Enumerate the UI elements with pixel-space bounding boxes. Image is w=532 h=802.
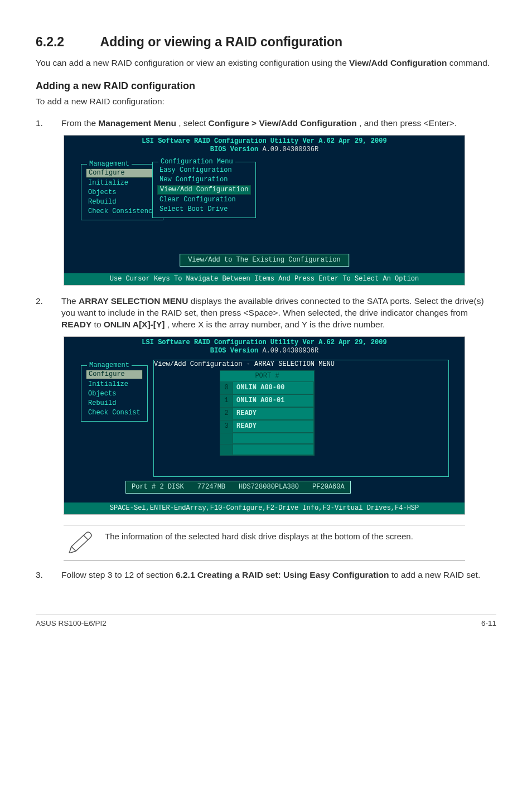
step-2: 2. The ARRAY SELECTION MENU displays the… [36,296,496,331]
footer-left: ASUS RS100-E6/PI2 [36,619,107,629]
section-number: 6.2.2 [36,33,97,51]
cfg-item-easy[interactable]: Easy Configuration [158,166,250,175]
array-selection-panel: View/Add Configuration - ARRAY SELECTION… [153,360,449,477]
port-row-empty-2 [220,444,314,455]
bios1-body: Management Configure Initialize Objects … [64,156,465,273]
port-row-0[interactable]: 0 ONLIN A00-00 [220,381,314,394]
cfg-item-clear[interactable]: Clear Configuration [158,195,250,205]
bios-screenshot-1: LSI Software RAID Configuration Utility … [64,135,465,286]
menu-item-objects[interactable]: Objects [87,188,157,197]
port-table[interactable]: PORT # 0 ONLIN A00-00 1 ONLIN A00-01 2 R… [220,370,315,456]
bios2-header: LSI Software RAID Configuration Utility … [64,337,465,357]
page-footer: ASUS RS100-E6/PI2 6-11 [36,615,496,629]
port-row-empty-1 [220,433,314,444]
subsection-lead: To add a new RAID configuration: [36,96,496,108]
intro-paragraph: You can add a new RAID configuration or … [36,57,496,69]
drive-info-bar: Port # 2 DISK 77247MB HDS728080PLA380 PF… [125,481,351,494]
menu-item-check-consist-2[interactable]: Check Consist [87,408,142,418]
menu-item-initialize-2[interactable]: Initialize [87,380,142,389]
step-1: 1. From the Management Menu , select Con… [36,118,496,129]
bios1-header: LSI Software RAID Configuration Utility … [64,136,465,156]
cfg-item-view-add[interactable]: View/Add Configuration [157,185,251,195]
menu-item-rebuild[interactable]: Rebuild [87,197,157,207]
bios2-body: Management Configure Initialize Objects … [64,357,465,503]
menu-item-initialize[interactable]: Initialize [87,178,157,188]
management-menu[interactable]: Management Configure Initialize Objects … [81,164,163,220]
cfg-item-boot-drive[interactable]: Select Boot Drive [158,205,250,214]
subsection-heading: Adding a new RAID configuration [36,79,496,93]
management-menu-2[interactable]: Management Configure Initialize Objects … [81,365,148,422]
bios2-footer: SPACE-Sel,ENTER-EndArray,F10-Configure,F… [64,503,465,514]
section-title-text: Adding or viewing a RAID configuration [100,35,342,49]
port-row-1[interactable]: 1 ONLIN A00-01 [220,394,314,407]
pencil-note-icon [67,531,94,553]
cfg-item-new[interactable]: New Configuration [158,175,250,185]
section-heading: 6.2.2 Adding or viewing a RAID configura… [36,33,496,51]
step-3: 3. Follow step 3 to 12 of section 6.2.1 … [36,569,496,581]
note-callout: The information of the selected hard dis… [64,525,465,561]
port-row-2[interactable]: 2 READY [220,407,314,420]
port-row-3[interactable]: 3 READY [220,420,314,433]
bios1-footer: Use Cursor Keys To Navigate Between Item… [64,273,465,285]
configuration-menu[interactable]: Configuration Menu Easy Configuration Ne… [152,162,256,218]
note-text: The information of the selected hard dis… [105,531,413,542]
menu-item-configure-2[interactable]: Configure [86,370,143,379]
menu-item-configure[interactable]: Configure [86,168,158,178]
footer-right: 6-11 [481,619,496,629]
menu-item-rebuild-2[interactable]: Rebuild [87,399,142,408]
bios1-help-text: View/Add to The Existing Configuration [180,254,349,267]
menu-item-check-consistency[interactable]: Check Consistency [87,207,157,216]
bios-screenshot-2: LSI Software RAID Configuration Utility … [64,336,465,515]
port-header: PORT # [220,371,314,381]
menu-item-objects-2[interactable]: Objects [87,389,142,399]
